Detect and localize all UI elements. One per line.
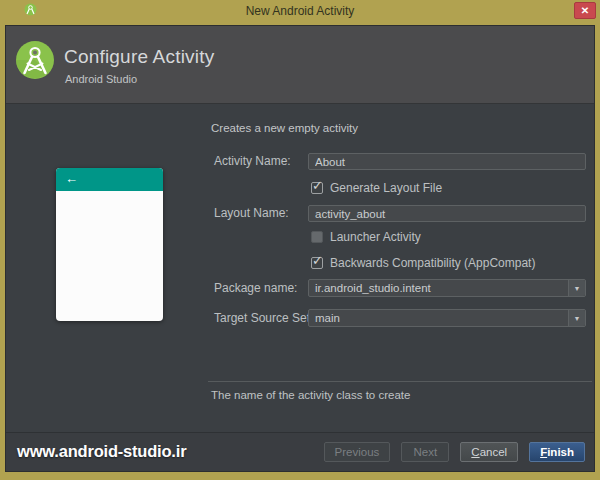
back-arrow-icon: ← — [65, 171, 78, 186]
hint-separator — [208, 381, 592, 382]
package-name-dropdown[interactable]: ir.android_studio.intent ▼ — [308, 279, 586, 297]
check-icon: ✓ — [312, 253, 323, 268]
watermark-text: www.android-studio.ir — [17, 442, 186, 461]
titlebar: New Android Activity ✕ — [0, 0, 600, 25]
package-name-value: ir.android_studio.intent — [309, 282, 568, 294]
close-icon: ✕ — [581, 5, 589, 16]
launcher-activity-checkbox[interactable]: ✓ Launcher Activity — [311, 230, 421, 244]
hint-text: The name of the activity class to create — [211, 389, 410, 401]
target-source-set-value: main — [309, 312, 568, 324]
preview-appbar: ← — [56, 168, 163, 191]
close-button[interactable]: ✕ — [574, 2, 596, 19]
checkbox-label: Generate Layout File — [330, 181, 442, 195]
target-source-set-dropdown[interactable]: main ▼ — [308, 309, 586, 327]
chevron-down-icon[interactable]: ▼ — [568, 310, 585, 326]
activity-name-label: Activity Name: — [214, 153, 291, 170]
wizard-header: Configure Activity Android Studio — [6, 26, 594, 104]
cancel-button[interactable]: Cancel — [460, 442, 518, 462]
chevron-down-icon[interactable]: ▼ — [568, 280, 585, 296]
wizard-title: Configure Activity — [64, 46, 214, 68]
checkbox-label: Backwards Compatibility (AppCompat) — [330, 256, 535, 270]
layout-name-label: Layout Name: — [214, 205, 289, 222]
next-button[interactable]: Next — [401, 442, 449, 462]
button-bar: Previous Next Cancel Finish — [313, 442, 585, 462]
finish-label: Finish — [540, 446, 574, 458]
wizard-subtitle: Android Studio — [65, 73, 137, 85]
new-activity-dialog: New Android Activity ✕ Configure Activit… — [0, 0, 600, 480]
checkbox-box: ✓ — [311, 231, 323, 243]
window-title: New Android Activity — [0, 4, 600, 18]
target-source-set-label: Target Source Set: — [214, 309, 313, 327]
activity-preview: ← — [56, 168, 163, 321]
android-studio-logo-icon — [15, 40, 55, 80]
cancel-label: Cancel — [471, 446, 507, 458]
checkbox-label: Launcher Activity — [330, 230, 421, 244]
check-icon: ✓ — [312, 178, 323, 193]
dialog-footer: www.android-studio.ir Previous Next Canc… — [6, 432, 594, 471]
checkbox-box: ✓ — [311, 257, 323, 269]
generate-layout-checkbox[interactable]: ✓ Generate Layout File — [311, 181, 442, 195]
form-description: Creates a new empty activity — [211, 122, 358, 134]
backwards-compatibility-checkbox[interactable]: ✓ Backwards Compatibility (AppCompat) — [311, 256, 535, 270]
package-name-label: Package name: — [214, 279, 297, 297]
checkbox-box: ✓ — [311, 182, 323, 194]
layout-name-input[interactable] — [308, 205, 586, 222]
activity-name-input[interactable] — [308, 153, 586, 170]
finish-button[interactable]: Finish — [529, 442, 585, 462]
wizard-content: ← Creates a new empty activity Activity … — [6, 105, 594, 434]
previous-button[interactable]: Previous — [324, 442, 391, 462]
dialog-body: Configure Activity Android Studio ← Crea… — [5, 25, 595, 472]
